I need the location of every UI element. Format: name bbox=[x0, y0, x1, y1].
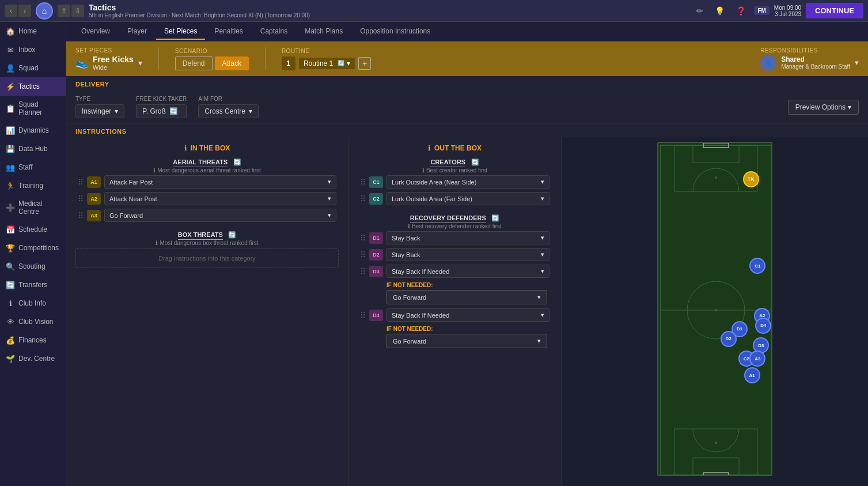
drag-handle-d2[interactable]: ⠿ bbox=[360, 250, 366, 259]
taker-label: FREE KICK TAKER bbox=[136, 96, 187, 102]
taker-refresh-icon: 🔄 bbox=[169, 107, 178, 115]
tab-penalties[interactable]: Penalties bbox=[206, 24, 251, 40]
inst-dropdown-d2[interactable]: Stay Back ▾ bbox=[386, 248, 549, 261]
routine-section: ROUTINE 1 Routine 1 🔄 ▾ + bbox=[282, 48, 371, 70]
routine-dropdown[interactable]: Routine 1 🔄 ▾ bbox=[299, 58, 355, 69]
svg-point-11 bbox=[715, 309, 717, 311]
inst-dropdown-d1[interactable]: Stay Back ▾ bbox=[386, 231, 549, 244]
preview-options-button[interactable]: Preview Options ▾ bbox=[788, 100, 859, 115]
sidebar-item-inbox[interactable]: ✉ Inbox bbox=[0, 40, 66, 59]
if-not-dropdown-d4[interactable]: Go Forward ▾ bbox=[386, 334, 547, 348]
player-dot-d2[interactable]: D2 bbox=[721, 331, 737, 347]
type-field: TYPE Inswinger ▾ bbox=[75, 96, 124, 118]
sidebar-item-club-info[interactable]: ℹ Club Info bbox=[0, 294, 66, 312]
tab-overview[interactable]: Overview bbox=[73, 24, 118, 40]
drag-handle-a2[interactable]: ⠿ bbox=[78, 194, 84, 204]
out-the-box-section: ℹ OUT THE BOX CREATORS 🔄 ℹ bbox=[348, 137, 561, 355]
sidebar-item-home[interactable]: 🏠 Home bbox=[0, 22, 66, 40]
attack-button[interactable]: Attack bbox=[215, 56, 249, 70]
inst-dropdown-d3[interactable]: Stay Back If Needed ▾ bbox=[386, 265, 549, 278]
player-dot-d4[interactable]: D4 bbox=[755, 318, 771, 334]
out-the-box-column: ℹ OUT THE BOX CREATORS 🔄 ℹ bbox=[348, 137, 562, 486]
aerial-refresh-icon[interactable]: 🔄 bbox=[233, 159, 241, 165]
drop-zone[interactable]: Drag instructions into this category bbox=[75, 248, 339, 268]
drag-handle-d3[interactable]: ⠿ bbox=[360, 267, 366, 276]
sidebar-item-squad[interactable]: 👤 Squad bbox=[0, 59, 66, 77]
sidebar-item-medical-centre[interactable]: ➕ Medical Centre bbox=[0, 195, 66, 220]
sidebar-item-schedule[interactable]: 📅 Schedule bbox=[0, 220, 66, 239]
divider-1 bbox=[158, 47, 159, 70]
player-dot-c1[interactable]: C1 bbox=[749, 258, 765, 274]
scouting-icon: 🔍 bbox=[6, 262, 15, 271]
sidebar-item-data-hub[interactable]: 💾 Data Hub bbox=[0, 140, 66, 158]
routine-label: ROUTINE bbox=[282, 48, 371, 54]
sidebar-item-competitions[interactable]: 🏆 Competitions bbox=[0, 239, 66, 257]
badge-a2: A2 bbox=[87, 193, 101, 205]
preview-label: Preview Options bbox=[795, 103, 846, 111]
sidebar-label-staff: Staff bbox=[18, 163, 32, 171]
sidebar-item-tactics[interactable]: ⚡ Tactics bbox=[0, 77, 66, 96]
sidebar-item-training[interactable]: 🏃 Training bbox=[0, 176, 66, 195]
player-dot-a3[interactable]: A3 bbox=[749, 351, 765, 367]
tab-player[interactable]: Player bbox=[119, 24, 155, 40]
creators-refresh-icon[interactable]: 🔄 bbox=[471, 159, 479, 165]
inst-dropdown-c1[interactable]: Lurk Outside Area (Near Side) ▾ bbox=[386, 175, 549, 189]
edit-icon[interactable]: ✏ bbox=[693, 5, 707, 17]
inst-dropdown-a1[interactable]: Attack Far Post ▾ bbox=[104, 175, 336, 189]
continue-button[interactable]: CONTINUE bbox=[806, 3, 863, 18]
type-dropdown[interactable]: Inswinger ▾ bbox=[75, 104, 124, 118]
drag-handle-d4[interactable]: ⠿ bbox=[360, 311, 366, 320]
inst-dropdown-d4[interactable]: Stay Back If Needed ▾ bbox=[386, 308, 549, 322]
defend-button[interactable]: Defend bbox=[175, 56, 213, 70]
drag-handle-a3[interactable]: ⠿ bbox=[78, 211, 84, 220]
back-button[interactable]: ‹ bbox=[5, 5, 17, 17]
set-pieces-dropdown-button[interactable]: ▾ bbox=[138, 58, 142, 67]
sidebar-item-scouting[interactable]: 🔍 Scouting bbox=[0, 257, 66, 276]
sidebar-item-squad-planner[interactable]: 📋 Squad Planner bbox=[0, 96, 66, 121]
a3-chevron: ▾ bbox=[328, 212, 331, 219]
divider-2 bbox=[265, 47, 266, 70]
if-not-dropdown-d3[interactable]: Go Forward ▾ bbox=[386, 290, 547, 304]
sidebar-item-dev-centre[interactable]: 🌱 Dev. Centre bbox=[0, 349, 66, 368]
drag-handle-d1[interactable]: ⠿ bbox=[360, 233, 366, 243]
drag-handle-a1[interactable]: ⠿ bbox=[78, 178, 84, 187]
tactics-back-button[interactable]: ⇧ bbox=[58, 5, 70, 17]
info-icon-creators: ℹ bbox=[422, 167, 424, 174]
sidebar-item-club-vision[interactable]: 👁 Club Vision bbox=[0, 312, 66, 331]
tab-set-pieces[interactable]: Set Pieces bbox=[156, 24, 205, 40]
routine-add-button[interactable]: + bbox=[358, 57, 371, 70]
in-the-box-title: IN THE BOX bbox=[191, 144, 230, 152]
recovery-refresh-icon[interactable]: 🔄 bbox=[491, 214, 499, 221]
taker-dropdown[interactable]: P. Groß 🔄 bbox=[136, 104, 187, 118]
inst-dropdown-a3[interactable]: Go Forward ▾ bbox=[104, 209, 336, 222]
tab-opposition-instructions[interactable]: Opposition Instructions bbox=[352, 24, 438, 40]
sidebar-item-finances[interactable]: 💰 Finances bbox=[0, 331, 66, 349]
help-icon[interactable]: 💡 bbox=[711, 5, 728, 17]
inst-dropdown-c2[interactable]: Lurk Outside Area (Far Side) ▾ bbox=[386, 192, 549, 205]
field-lines bbox=[658, 143, 772, 476]
tactics-forward-button[interactable]: ⇩ bbox=[71, 5, 84, 17]
transfers-icon: 🔄 bbox=[6, 280, 15, 289]
sidebar-item-staff[interactable]: 👥 Staff bbox=[0, 158, 66, 176]
tab-match-plans[interactable]: Match Plans bbox=[297, 24, 351, 40]
forward-button[interactable]: › bbox=[18, 5, 31, 17]
info-icon[interactable]: ❓ bbox=[733, 5, 749, 17]
in-the-box-section: ℹ IN THE BOX AERIAL THREATS 🔄 ℹ Most dan… bbox=[66, 137, 348, 275]
aim-dropdown[interactable]: Cross Centre ▾ bbox=[198, 104, 259, 118]
inst-dropdown-a2[interactable]: Attack Near Post ▾ bbox=[104, 192, 336, 205]
player-dot-tk[interactable]: TK bbox=[743, 171, 759, 187]
home-icon[interactable]: ⌂ bbox=[36, 2, 53, 20]
sidebar-item-dynamics[interactable]: 📊 Dynamics bbox=[0, 121, 66, 140]
drag-handle-c1[interactable]: ⠿ bbox=[360, 178, 366, 187]
box-threats-refresh-icon[interactable]: 🔄 bbox=[228, 231, 236, 238]
resp-dropdown-button[interactable]: ▾ bbox=[855, 58, 859, 67]
c1-chevron: ▾ bbox=[541, 178, 544, 186]
resp-title: Shared bbox=[781, 55, 850, 63]
sidebar-label-medical: Medical Centre bbox=[18, 199, 60, 216]
sidebar-item-transfers[interactable]: 🔄 Transfers bbox=[0, 276, 66, 294]
home-icon: 🏠 bbox=[6, 27, 15, 36]
out-the-box-header: ℹ OUT THE BOX bbox=[353, 142, 556, 153]
tab-captains[interactable]: Captains bbox=[252, 24, 295, 40]
drag-handle-c2[interactable]: ⠿ bbox=[360, 194, 366, 204]
player-dot-a1[interactable]: A1 bbox=[744, 367, 760, 383]
